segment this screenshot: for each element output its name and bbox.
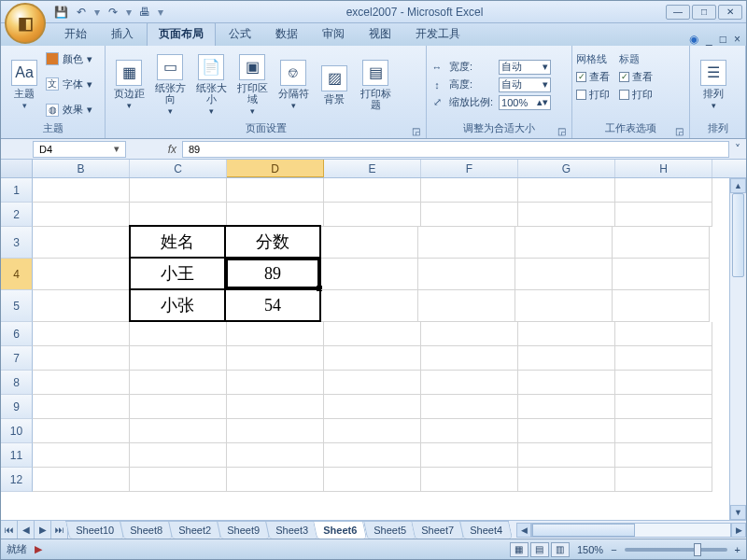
qat-dd2-icon[interactable]: ▾	[126, 6, 132, 19]
column-header[interactable]: B	[33, 160, 130, 177]
cell[interactable]	[615, 468, 712, 492]
save-icon[interactable]: 💾	[53, 5, 68, 20]
sheet-tab[interactable]: Sheet4	[459, 521, 513, 539]
column-header[interactable]: H	[615, 160, 712, 177]
zoom-out-button[interactable]: −	[611, 544, 616, 555]
cell[interactable]	[324, 178, 421, 203]
cell[interactable]	[518, 346, 615, 371]
cell[interactable]	[33, 371, 130, 395]
theme-colors-button[interactable]: 颜色▾	[46, 49, 92, 70]
cell[interactable]	[227, 322, 324, 346]
cell[interactable]	[227, 443, 324, 468]
tab-home[interactable]: 开始	[53, 22, 98, 46]
gridlines-view-checkbox[interactable]: ✓查看	[576, 70, 610, 84]
row-header[interactable]: 5	[1, 290, 33, 322]
office-button[interactable]: ◧	[5, 3, 46, 44]
column-header[interactable]: F	[421, 160, 518, 177]
cell[interactable]	[227, 371, 324, 395]
cell[interactable]	[421, 322, 518, 346]
print-titles-button[interactable]: ▤打印标题	[356, 49, 395, 121]
tab-formulas[interactable]: 公式	[218, 22, 262, 46]
scroll-thumb[interactable]	[732, 193, 744, 277]
sheet-options-launcher-icon[interactable]: ◲	[675, 126, 684, 136]
size-button[interactable]: 📄纸张大小▾	[191, 49, 231, 121]
tab-insert[interactable]: 插入	[100, 22, 145, 46]
tab-data[interactable]: 数据	[264, 22, 309, 46]
column-header[interactable]: E	[324, 160, 421, 177]
tab-view[interactable]: 视图	[358, 22, 402, 46]
orientation-button[interactable]: ▭纸张方向▾	[150, 49, 190, 121]
row-header[interactable]: 2	[1, 203, 33, 227]
tab-developer[interactable]: 开发工具	[404, 22, 472, 46]
cell[interactable]	[518, 468, 615, 492]
cell[interactable]	[33, 395, 130, 419]
sheet-tab[interactable]: Sheet9	[217, 521, 270, 539]
cell[interactable]	[324, 322, 421, 346]
cell[interactable]: 54	[224, 288, 321, 322]
cell[interactable]	[515, 259, 613, 290]
sheet-tab[interactable]: Sheet8	[120, 521, 173, 539]
cell[interactable]	[33, 259, 130, 290]
cell[interactable]	[421, 203, 518, 227]
cell[interactable]	[613, 259, 710, 290]
sheet-tab[interactable]: Sheet2	[168, 521, 221, 539]
gridlines-print-checkbox[interactable]: 打印	[576, 88, 610, 102]
cell[interactable]	[324, 346, 421, 371]
background-button[interactable]: ▨背景	[315, 49, 354, 121]
sheet-tab[interactable]: Sheet7	[411, 521, 464, 539]
cell[interactable]: 小张	[129, 288, 226, 322]
scroll-right-icon[interactable]: ▶	[731, 523, 746, 538]
mdi-close-icon[interactable]: ×	[734, 33, 740, 46]
cell[interactable]	[418, 259, 515, 290]
scroll-down-icon[interactable]: ▼	[730, 505, 746, 520]
cell[interactable]	[518, 371, 615, 395]
column-header[interactable]: G	[518, 160, 615, 177]
row-header[interactable]: 10	[1, 419, 33, 443]
sheet-tab[interactable]: Sheet6	[313, 521, 367, 539]
width-combo[interactable]: 自动▾	[499, 60, 551, 75]
cell[interactable]	[515, 290, 613, 322]
headings-view-checkbox[interactable]: ✓查看	[619, 70, 653, 84]
cell[interactable]	[130, 371, 227, 395]
view-page-layout-icon[interactable]: ▤	[530, 542, 549, 557]
cell[interactable]	[227, 178, 324, 203]
row-header[interactable]: 11	[1, 443, 33, 468]
cell[interactable]	[33, 290, 130, 322]
cell[interactable]	[33, 443, 130, 468]
help-icon[interactable]: ◉	[689, 33, 698, 46]
cell[interactable]	[33, 468, 130, 492]
view-page-break-icon[interactable]: ▥	[551, 542, 570, 557]
cell[interactable]	[33, 346, 130, 371]
close-button[interactable]: ✕	[718, 5, 742, 20]
view-normal-icon[interactable]: ▦	[510, 542, 529, 557]
cell[interactable]	[130, 468, 227, 492]
qat-dd-icon[interactable]: ▾	[94, 6, 100, 19]
headings-print-checkbox[interactable]: 打印	[619, 88, 653, 102]
cell[interactable]	[227, 395, 324, 419]
cell[interactable]	[615, 443, 712, 468]
cell[interactable]	[615, 178, 712, 203]
sheet-nav-prev-icon[interactable]: ◀	[18, 521, 35, 539]
cell[interactable]: 姓名	[129, 225, 226, 259]
zoom-level[interactable]: 150%	[577, 544, 603, 555]
formula-bar-expand-icon[interactable]: ˅	[729, 143, 746, 156]
cell[interactable]	[321, 227, 418, 259]
column-header[interactable]: C	[130, 160, 227, 177]
cell[interactable]	[227, 203, 324, 227]
cell[interactable]	[324, 468, 421, 492]
row-header[interactable]: 7	[1, 346, 33, 371]
cell[interactable]	[518, 203, 615, 227]
cell[interactable]	[615, 322, 712, 346]
cell[interactable]	[615, 203, 712, 227]
cell[interactable]: 小王	[129, 257, 226, 290]
cell[interactable]	[421, 346, 518, 371]
zoom-in-button[interactable]: +	[735, 544, 740, 555]
row-header[interactable]: 4	[1, 259, 33, 290]
column-header-active[interactable]: D	[227, 160, 324, 177]
horizontal-scrollbar[interactable]: ◀ ▶	[516, 521, 746, 539]
cell[interactable]	[130, 346, 227, 371]
select-all-button[interactable]	[1, 160, 33, 177]
cell[interactable]	[324, 371, 421, 395]
scroll-thumb[interactable]	[532, 524, 635, 537]
cell[interactable]	[227, 419, 324, 443]
